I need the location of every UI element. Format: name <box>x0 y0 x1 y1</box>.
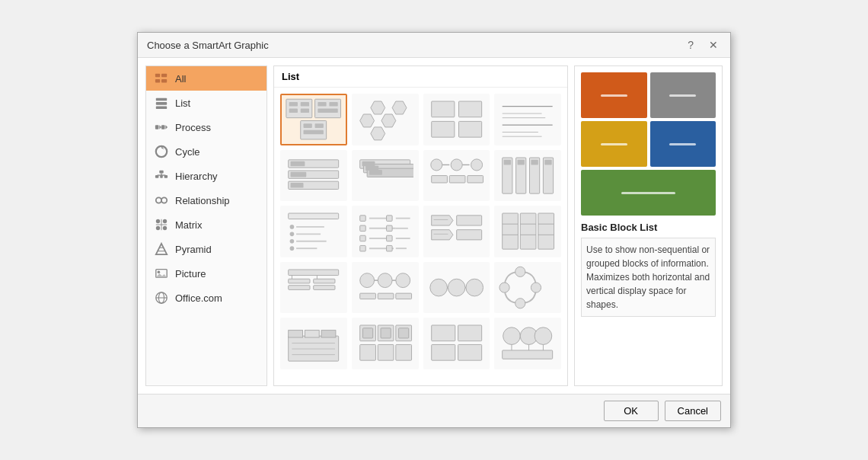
thumb-orange <box>581 72 647 118</box>
sidebar-item-matrix[interactable]: Matrix <box>146 212 266 237</box>
thumb-line-2 <box>669 94 696 97</box>
svg-rect-1 <box>161 74 167 78</box>
sidebar-item-hierarchy[interactable]: Hierarchy <box>146 164 266 188</box>
thumb-line-5 <box>621 192 675 194</box>
center-panel: List <box>273 65 568 386</box>
svg-rect-48 <box>304 130 324 135</box>
svg-point-80 <box>471 159 482 171</box>
grid-cell-list-dots[interactable] <box>280 206 347 257</box>
grid-cell-lines-text[interactable] <box>494 94 561 145</box>
svg-marker-49 <box>371 101 385 114</box>
sidebar-item-process[interactable]: Process <box>146 115 266 139</box>
thumb-line-1 <box>601 94 627 97</box>
sidebar-item-list[interactable]: List <box>146 91 266 115</box>
svg-point-99 <box>290 247 295 251</box>
svg-rect-68 <box>291 172 307 177</box>
grid-cell-segmented-bars[interactable] <box>494 206 561 257</box>
grid-cell-circles-chain[interactable] <box>352 262 419 314</box>
grid-cell-basic-block-list[interactable] <box>280 94 347 145</box>
svg-rect-169 <box>362 328 372 338</box>
grid-cell-arrow-list-boxes[interactable] <box>423 206 490 257</box>
grid-cell-nested-squares[interactable] <box>352 318 419 369</box>
svg-rect-174 <box>431 345 455 361</box>
svg-rect-43 <box>330 102 338 107</box>
svg-rect-133 <box>289 279 310 283</box>
svg-point-22 <box>163 219 167 223</box>
help-button[interactable]: ? <box>685 39 697 51</box>
svg-rect-124 <box>521 213 537 249</box>
svg-rect-107 <box>360 246 366 252</box>
svg-point-31 <box>158 270 161 273</box>
svg-rect-40 <box>301 109 309 113</box>
svg-rect-166 <box>360 345 376 361</box>
grid-cell-bubble-circles[interactable] <box>423 262 490 314</box>
svg-marker-118 <box>431 230 452 240</box>
grid-cell-grid-rectangles[interactable] <box>423 94 490 145</box>
thumb-gray <box>650 72 716 118</box>
svg-point-140 <box>378 273 392 287</box>
all-icon <box>154 71 169 86</box>
grid-cell-stacked-bars[interactable] <box>280 150 347 202</box>
svg-rect-73 <box>362 161 375 166</box>
svg-point-176 <box>503 327 521 345</box>
svg-rect-74 <box>365 165 378 171</box>
matrix-icon <box>154 217 169 232</box>
svg-rect-92 <box>289 213 339 219</box>
sidebar-label-hierarchy: Hierarchy <box>175 171 218 182</box>
grid-cell-tab-folder[interactable] <box>280 318 347 369</box>
sidebar-item-cycle[interactable]: Cycle <box>146 139 266 164</box>
sidebar-label-cycle: Cycle <box>175 146 200 158</box>
preview-description: Use to show non-sequential or grouped bl… <box>581 238 716 317</box>
smartart-grid <box>274 88 567 375</box>
svg-rect-157 <box>289 331 303 337</box>
svg-point-78 <box>451 159 462 171</box>
sidebar-item-pyramid[interactable]: Pyramid <box>146 237 266 261</box>
center-header: List <box>274 66 567 88</box>
svg-rect-39 <box>289 109 298 113</box>
cancel-button[interactable]: Cancel <box>665 401 721 421</box>
thumb-yellow <box>581 121 647 167</box>
dialog-body: All List <box>138 58 730 394</box>
grid-cell-big-grid[interactable] <box>423 318 490 369</box>
svg-rect-13 <box>159 171 163 174</box>
grid-cell-tree-list[interactable] <box>280 262 347 314</box>
svg-rect-101 <box>360 216 366 222</box>
svg-point-23 <box>156 226 160 230</box>
svg-marker-32 <box>156 273 167 277</box>
svg-rect-5 <box>156 102 167 105</box>
svg-point-153 <box>515 267 525 276</box>
svg-rect-6 <box>156 107 167 110</box>
grid-cell-hexagon-cluster[interactable] <box>352 94 419 145</box>
grid-cell-checkbox-list[interactable] <box>352 206 419 257</box>
sidebar-label-all: All <box>175 73 186 85</box>
grid-cell-arrows-circles[interactable] <box>423 150 490 202</box>
svg-rect-171 <box>399 328 409 338</box>
sidebar-label-list: List <box>175 97 190 109</box>
preview-box: Basic Block List Use to show non-sequent… <box>574 65 723 386</box>
svg-rect-103 <box>360 225 366 232</box>
sidebar-item-all[interactable]: All <box>146 66 266 91</box>
grid-cell-arrow-circles[interactable] <box>494 262 561 314</box>
grid-cell-circle-ring[interactable] <box>494 318 561 369</box>
svg-rect-170 <box>381 328 391 338</box>
grid-cell-tall-columns[interactable] <box>494 150 561 202</box>
svg-rect-91 <box>545 160 552 165</box>
svg-rect-9 <box>161 125 165 129</box>
svg-rect-144 <box>360 293 376 299</box>
svg-point-141 <box>396 273 410 287</box>
relationship-icon <box>154 193 169 208</box>
svg-rect-55 <box>458 101 481 117</box>
svg-rect-67 <box>291 161 305 166</box>
sidebar-item-relationship[interactable]: Relationship <box>146 188 266 212</box>
ok-button[interactable]: OK <box>604 401 659 421</box>
sidebar-label-relationship: Relationship <box>175 195 230 206</box>
svg-rect-16 <box>155 175 159 178</box>
close-button[interactable]: ✕ <box>706 39 721 51</box>
svg-rect-132 <box>289 270 339 276</box>
svg-point-95 <box>290 232 295 237</box>
grid-cell-overlapping-bars[interactable] <box>352 150 419 202</box>
sidebar-item-officecom[interactable]: Office.com <box>146 286 266 310</box>
svg-marker-117 <box>431 216 452 225</box>
svg-point-24 <box>163 226 167 230</box>
sidebar-item-picture[interactable]: Picture <box>146 261 266 286</box>
